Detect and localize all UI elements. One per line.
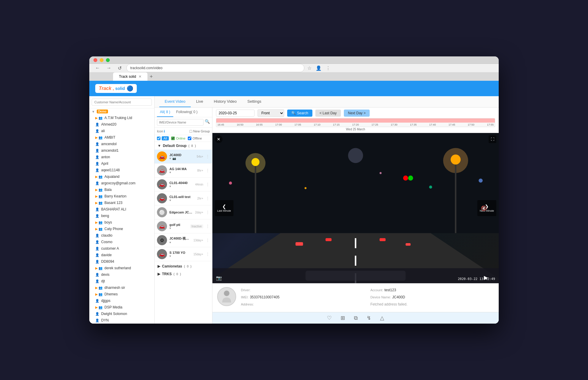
sidebar-item-april[interactable]: 👤 April: [89, 160, 154, 167]
sidebar-item-ahmed[interactable]: 👤 Ahmed20: [89, 121, 154, 128]
sidebar-item-demo[interactable]: ▼ Demo: [89, 108, 154, 115]
tab-history-video[interactable]: History Video: [209, 96, 242, 107]
all-checkbox[interactable]: All: [157, 136, 169, 140]
expand-video-button[interactable]: ⛶: [489, 135, 496, 143]
arrow-action[interactable]: ↯: [367, 315, 371, 321]
sidebar-item-derek[interactable]: ▶ 👥 derek sutherland: [89, 265, 154, 271]
sidebar-item-amcendol[interactable]: 👤 amcendol: [89, 141, 154, 147]
device-search-row: 🔍: [155, 117, 212, 128]
sidebar-item-atm[interactable]: ▶ 👥 A.T.M Truking Ltd: [89, 115, 154, 121]
sidebar-item-dhemes[interactable]: ▶ 👥 Dhemes: [89, 291, 154, 297]
tab-close-icon[interactable]: ✕: [139, 75, 142, 79]
device-item-s1700[interactable]: 🚗 S 1700 YO ♥ 15day+ ⋮: [155, 247, 212, 261]
device-item-jc400d[interactable]: 🚗 JC400D ♥📷 54s+ ⋮: [155, 150, 212, 164]
triangle-action[interactable]: △: [380, 315, 384, 321]
date-input[interactable]: [216, 110, 255, 117]
favorite-action[interactable]: ♡: [327, 315, 332, 321]
copy-action[interactable]: ⧉: [354, 315, 358, 321]
device-search-input[interactable]: [157, 119, 204, 126]
sidebar-item-beng[interactable]: 👤 beng: [89, 213, 154, 219]
sidebar-item-ali[interactable]: 👤 ali: [89, 128, 154, 134]
device-menu-2[interactable]: ⋮: [206, 182, 210, 187]
device-info-4: Edgecam JC100: [169, 210, 193, 214]
device-menu-6[interactable]: ⋮: [206, 238, 210, 243]
device-menu-7[interactable]: ⋮: [206, 252, 210, 256]
device-item-ag144[interactable]: 🚗 AG 144 MA ♥ 8hr+ ⋮: [155, 164, 212, 178]
device-menu-3[interactable]: ⋮: [206, 196, 210, 201]
sidebar-item-dharmesh[interactable]: ▶ 👥 dharmesh sir: [89, 284, 154, 291]
close-video-button[interactable]: ✕: [215, 135, 223, 143]
forward-button[interactable]: →: [105, 64, 113, 72]
sidebar-item-bala[interactable]: ▶ 👥 Bala: [89, 186, 154, 193]
sidebar-item-customerA[interactable]: 👤 customer A: [89, 245, 154, 252]
camera-select[interactable]: Front: [258, 109, 284, 117]
back-button[interactable]: ←: [93, 64, 102, 72]
sidebar-item-dyn[interactable]: 👤 DYN: [89, 317, 154, 324]
last-day-button[interactable]: < Last Day: [315, 110, 341, 117]
sidebar-item-devis[interactable]: 👤 devis: [89, 271, 154, 278]
customer-search-input[interactable]: [92, 99, 152, 106]
app-logo: Track.solid 🔵: [95, 84, 137, 93]
sidebar-item-boys[interactable]: ▶ 👥 boys: [89, 219, 154, 226]
sidebar-item-dwight[interactable]: 👤 Dwight Solomon: [89, 311, 154, 317]
volume-icon[interactable]: 🔇: [481, 205, 487, 211]
sidebar-item-dspmedia[interactable]: ▶ 👥 DSP Media: [89, 304, 154, 311]
device-menu-4[interactable]: ⋮: [206, 210, 210, 215]
default-group-header[interactable]: ▼ Default Group (8): [155, 142, 212, 150]
maximize-dot[interactable]: [106, 58, 110, 62]
close-dot[interactable]: [93, 58, 97, 62]
address-bar[interactable]: tracksolid.com/video: [126, 64, 304, 72]
trks-group-header[interactable]: ▶ TRKS (0): [155, 270, 212, 278]
device-item-cl01-will[interactable]: 🚗 CL01-will test ♥ 2hr+ ⋮: [155, 191, 212, 205]
minimize-dot[interactable]: [100, 58, 104, 62]
user-icon[interactable]: 👤: [316, 65, 322, 71]
device-item-cl01-40440[interactable]: 🚗 CL01-40440 ♥ 44min ⋮: [155, 178, 212, 191]
device-item-jc400d-vision[interactable]: ⚙ JC400D-视觉... ♥ 13day+ ⋮: [155, 233, 212, 247]
sidebar-item-dd8094[interactable]: 👤 DD8094: [89, 258, 154, 265]
device-search-icon[interactable]: 🔍: [205, 119, 210, 126]
sidebar-item-basant[interactable]: ▶ 👥 Basant 123: [89, 200, 154, 206]
sidebar-item-djt[interactable]: 👤 djt: [89, 278, 154, 284]
online-checkbox[interactable]: Online: [171, 137, 185, 140]
device-item-golf[interactable]: 🚗 golf pti ♥ Inactive ⋮: [155, 219, 212, 233]
device-menu-5[interactable]: ⋮: [206, 224, 210, 229]
device-list: ▼ Default Group (8) 🚗 JC400D ♥📷: [155, 142, 212, 324]
sidebar-item-barry[interactable]: ▶ 👥 Barry Kearton: [89, 193, 154, 200]
sidebar-item-amcendol1[interactable]: 👤 amcendol1: [89, 147, 154, 154]
new-group-button[interactable]: □ New Group: [190, 129, 210, 134]
tab-settings[interactable]: Settings: [242, 96, 267, 107]
device-menu-1[interactable]: ⋮: [206, 168, 210, 173]
sidebar-item-davide[interactable]: 👤 davide: [89, 252, 154, 258]
sidebar-item-aqualand[interactable]: ▶ 👥 Aqualand: [89, 173, 154, 180]
bookmark-icon[interactable]: ☆: [307, 65, 312, 71]
refresh-button[interactable]: ↺: [116, 64, 123, 72]
menu-icon[interactable]: ⋮: [326, 65, 330, 71]
sidebar-item-ambit[interactable]: ▶ 👥 AMBIT: [89, 134, 154, 141]
tab-live[interactable]: Live: [191, 96, 209, 107]
sidebar-item-cosmo[interactable]: 👤 Cosmo: [89, 239, 154, 245]
following-tab[interactable]: Following( 0 ): [173, 107, 201, 117]
sidebar-item-basharat[interactable]: 👤 BASHARAT ALI: [89, 206, 154, 213]
sidebar-item-aqeel[interactable]: 👤 aqeel11148: [89, 167, 154, 173]
next-day-button[interactable]: Next Day >: [344, 110, 370, 117]
grid-action[interactable]: ⊞: [341, 315, 345, 321]
prev-minute-button[interactable]: ❮ Last Minute: [215, 200, 233, 216]
video-area: ✕ ⛶ ❮ Last Minute ❯ Next Minute: [212, 133, 499, 324]
camionetas-group-header[interactable]: ▶ Camionetas (0): [155, 262, 212, 270]
sidebar-item-caty[interactable]: ▶ 👥 Caty Phone: [89, 226, 154, 232]
screenshot-icon[interactable]: 📷: [216, 275, 222, 281]
browser-tab[interactable]: Track solid ✕: [113, 72, 147, 81]
sidebar-item-claudio[interactable]: 👤 claudio: [89, 232, 154, 239]
device-menu-0[interactable]: ⋮: [206, 154, 210, 159]
device-name-field: Device Name: JC400D: [371, 294, 494, 300]
all-tab[interactable]: All( 8 ): [157, 107, 173, 117]
new-tab-button[interactable]: +: [147, 74, 155, 80]
tab-event-video[interactable]: Event Video: [159, 96, 191, 107]
offline-checkbox[interactable]: Offline: [188, 137, 202, 140]
sidebar-item-djjgps[interactable]: 👤 djjgps: [89, 297, 154, 304]
device-item-edgecam[interactable]: ⚪ Edgecam JC100 2day+ ⋮: [155, 205, 212, 219]
search-button[interactable]: 🔍 Search: [287, 110, 312, 117]
sidebar-item-argox[interactable]: 👤 argoxcoy@gmail.com: [89, 180, 154, 186]
timeline-track[interactable]: 16:4516:5016:5517:00 17:0517:1017:1517:2…: [216, 118, 495, 127]
sidebar-item-anton[interactable]: 👤 anton: [89, 154, 154, 160]
